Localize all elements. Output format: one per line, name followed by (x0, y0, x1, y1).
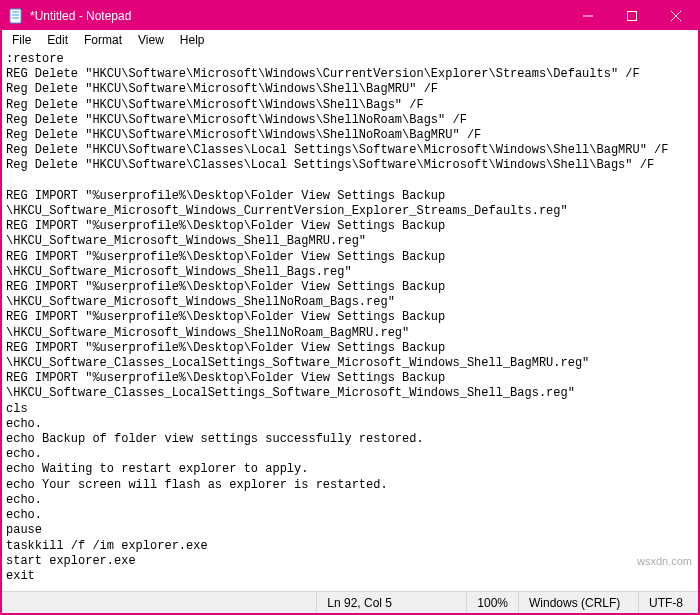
statusbar: Ln 92, Col 5 100% Windows (CRLF) UTF-8 (2, 591, 698, 613)
minimize-button[interactable] (566, 2, 610, 30)
notepad-icon (8, 8, 24, 24)
status-encoding: UTF-8 (638, 592, 698, 613)
svg-rect-0 (10, 9, 21, 23)
menu-help[interactable]: Help (172, 32, 213, 48)
status-zoom: 100% (466, 592, 518, 613)
status-line-ending: Windows (CRLF) (518, 592, 638, 613)
menubar: File Edit Format View Help (2, 30, 698, 50)
notepad-window: *Untitled - Notepad File Edit Format Vie… (0, 0, 700, 615)
editor-area: :restore REG Delete "HKCU\Software\Micro… (2, 50, 698, 591)
menu-file[interactable]: File (4, 32, 39, 48)
menu-edit[interactable]: Edit (39, 32, 76, 48)
window-title: *Untitled - Notepad (30, 9, 131, 23)
editor-textarea[interactable]: :restore REG Delete "HKCU\Software\Micro… (2, 50, 698, 591)
window-controls (566, 2, 698, 30)
titlebar[interactable]: *Untitled - Notepad (2, 2, 698, 30)
maximize-button[interactable] (610, 2, 654, 30)
status-position: Ln 92, Col 5 (316, 592, 466, 613)
menu-format[interactable]: Format (76, 32, 130, 48)
menu-view[interactable]: View (130, 32, 172, 48)
svg-rect-5 (628, 12, 637, 21)
close-button[interactable] (654, 2, 698, 30)
